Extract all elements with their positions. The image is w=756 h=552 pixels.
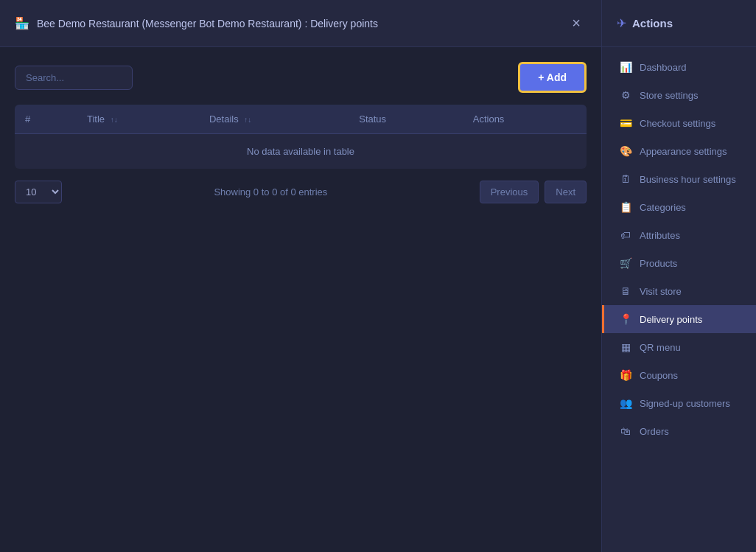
sidebar-item-dashboard[interactable]: 📊Dashboard xyxy=(602,53,756,81)
header-store-icon: 🏪 xyxy=(15,16,29,30)
previous-button[interactable]: Previous xyxy=(480,181,539,203)
sort-icon-title: ↑↓ xyxy=(111,116,118,124)
sidebar-item-label-appearance-settings: Appearance settings xyxy=(640,146,727,157)
sidebar-item-qr-menu[interactable]: ▦QR menu xyxy=(602,333,756,361)
sidebar-item-products[interactable]: 🛒Products xyxy=(602,249,756,277)
sidebar-item-visit-store[interactable]: 🖥Visit store xyxy=(602,277,756,305)
data-table-container: # Title ↑↓ Details ↑↓ Status Actions No … xyxy=(15,105,587,169)
sidebar-item-orders[interactable]: 🛍Orders xyxy=(602,417,756,445)
store-settings-icon: ⚙ xyxy=(619,89,632,101)
sidebar-item-label-qr-menu: QR menu xyxy=(640,342,681,353)
sidebar-item-label-dashboard: Dashboard xyxy=(640,62,687,73)
content-body: + Add # Title ↑↓ Details ↑↓ Status Actio… xyxy=(0,47,601,552)
sidebar-item-business-hour-settings[interactable]: 🗓Business hour settings xyxy=(602,165,756,193)
header-bar: 🏪 Bee Demo Restaurant (Messenger Bot Dem… xyxy=(0,0,601,47)
per-page-select[interactable]: 10 25 50 100 xyxy=(15,181,62,203)
sidebar-item-label-categories: Categories xyxy=(640,202,686,213)
bottom-controls: 10 25 50 100 Showing 0 to 0 of 0 entries… xyxy=(15,181,587,203)
sidebar-nav: 📊Dashboard⚙Store settings💳Checkout setti… xyxy=(602,47,756,552)
visit-store-icon: 🖥 xyxy=(619,285,632,297)
next-button[interactable]: Next xyxy=(545,181,587,203)
categories-icon: 📋 xyxy=(619,201,632,213)
col-hash: # xyxy=(15,105,77,134)
appearance-settings-icon: 🎨 xyxy=(619,145,632,157)
pagination: Previous Next xyxy=(480,181,587,203)
sidebar-item-label-checkout-settings: Checkout settings xyxy=(640,118,715,129)
sidebar-item-label-delivery-points: Delivery points xyxy=(640,314,702,325)
sidebar-item-categories[interactable]: 📋Categories xyxy=(602,193,756,221)
coupons-icon: 🎁 xyxy=(619,369,632,381)
entries-info: Showing 0 to 0 of 0 entries xyxy=(214,186,327,198)
orders-icon: 🛍 xyxy=(619,425,632,437)
sidebar-item-label-products: Products xyxy=(640,258,677,269)
col-title[interactable]: Title ↑↓ xyxy=(77,105,199,134)
business-hour-settings-icon: 🗓 xyxy=(619,173,632,185)
sort-icon-details: ↑↓ xyxy=(244,116,251,124)
sidebar-item-store-settings[interactable]: ⚙Store settings xyxy=(602,81,756,109)
sidebar-item-signed-up-customers[interactable]: 👥Signed-up customers xyxy=(602,389,756,417)
no-data-row: No data available in table xyxy=(15,134,587,170)
attributes-icon: 🏷 xyxy=(619,229,632,241)
table-header-row: # Title ↑↓ Details ↑↓ Status Actions xyxy=(15,105,587,134)
sidebar-item-label-signed-up-customers: Signed-up customers xyxy=(640,398,730,409)
products-icon: 🛒 xyxy=(619,257,632,269)
sidebar: ✈ Actions 📊Dashboard⚙Store settings💳Chec… xyxy=(601,0,756,552)
sidebar-item-coupons[interactable]: 🎁Coupons xyxy=(602,361,756,389)
search-input[interactable] xyxy=(15,66,133,90)
close-button[interactable]: × xyxy=(566,13,587,34)
no-data-message: No data available in table xyxy=(15,134,587,170)
sidebar-item-label-store-settings: Store settings xyxy=(640,90,699,101)
signed-up-customers-icon: 👥 xyxy=(619,397,632,409)
sidebar-header: ✈ Actions xyxy=(602,0,756,47)
data-table: # Title ↑↓ Details ↑↓ Status Actions No … xyxy=(15,105,587,169)
col-actions: Actions xyxy=(463,105,587,134)
col-details[interactable]: Details ↑↓ xyxy=(199,105,349,134)
sidebar-item-attributes[interactable]: 🏷Attributes xyxy=(602,221,756,249)
col-status: Status xyxy=(349,105,462,134)
page-title: Bee Demo Restaurant (Messenger Bot Demo … xyxy=(37,18,378,29)
delivery-points-icon: 📍 xyxy=(619,313,632,325)
sidebar-item-checkout-settings[interactable]: 💳Checkout settings xyxy=(602,109,756,137)
sidebar-item-label-visit-store: Visit store xyxy=(640,286,682,297)
top-controls: + Add xyxy=(15,62,587,93)
checkout-settings-icon: 💳 xyxy=(619,117,632,129)
sidebar-item-label-coupons: Coupons xyxy=(640,370,678,381)
dashboard-icon: 📊 xyxy=(619,61,632,73)
qr-menu-icon: ▦ xyxy=(619,341,632,353)
sidebar-item-label-business-hour-settings: Business hour settings xyxy=(640,174,736,185)
sidebar-item-label-orders: Orders xyxy=(640,426,669,437)
sidebar-item-label-attributes: Attributes xyxy=(640,230,680,241)
sidebar-item-appearance-settings[interactable]: 🎨Appearance settings xyxy=(602,137,756,165)
sidebar-title: Actions xyxy=(632,17,673,29)
add-button[interactable]: + Add xyxy=(518,62,587,93)
actions-icon: ✈ xyxy=(617,16,626,30)
main-content: 🏪 Bee Demo Restaurant (Messenger Bot Dem… xyxy=(0,0,601,552)
sidebar-item-delivery-points[interactable]: 📍Delivery points xyxy=(602,305,756,333)
